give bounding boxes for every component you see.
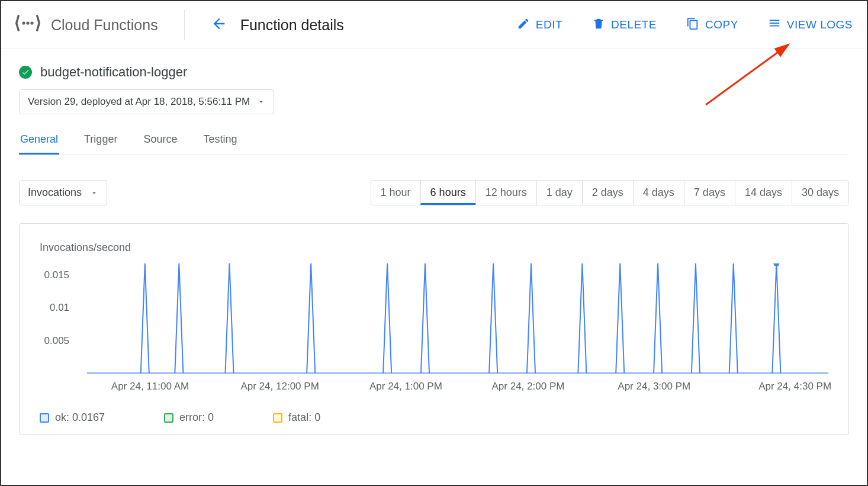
svg-text:Apr 24, 3:00 PM: Apr 24, 3:00 PM bbox=[618, 381, 690, 392]
copy-icon bbox=[686, 17, 699, 33]
cloud-functions-icon bbox=[15, 11, 40, 39]
chart-legend: ok: 0.0167 error: 0 fatal: 0 bbox=[40, 411, 834, 424]
chart-card: Invocations/second 0.0050.010.015Apr 24,… bbox=[19, 223, 849, 435]
legend-ok: ok: 0.0167 bbox=[40, 411, 105, 424]
divider bbox=[184, 10, 185, 40]
time-range-1-hour[interactable]: 1 hour bbox=[371, 181, 420, 205]
svg-text:Apr 24, 12:00 PM: Apr 24, 12:00 PM bbox=[240, 381, 319, 392]
svg-text:Apr 24, 11:00 AM: Apr 24, 11:00 AM bbox=[111, 381, 189, 392]
svg-text:0.005: 0.005 bbox=[44, 335, 69, 346]
product-brand: Cloud Functions bbox=[15, 11, 158, 39]
version-select[interactable]: Version 29, deployed at Apr 18, 2018, 5:… bbox=[19, 89, 274, 114]
fatal-swatch-icon bbox=[273, 413, 282, 423]
version-label: Version 29, deployed at Apr 18, 2018, 5:… bbox=[28, 96, 250, 108]
copy-button[interactable]: COPY bbox=[686, 17, 738, 33]
edit-button[interactable]: EDIT bbox=[517, 17, 562, 33]
metric-label: Invocations bbox=[28, 186, 82, 199]
svg-text:0.01: 0.01 bbox=[50, 302, 69, 313]
time-range-selector: 1 hour6 hours12 hours1 day2 days4 days7 … bbox=[371, 180, 849, 205]
chevron-down-icon bbox=[257, 98, 265, 106]
edit-label: EDIT bbox=[536, 18, 562, 31]
function-name: budget-notification-logger bbox=[40, 65, 187, 80]
tab-source[interactable]: Source bbox=[142, 133, 178, 155]
invocations-chart: 0.0050.010.015Apr 24, 11:00 AMApr 24, 12… bbox=[34, 263, 834, 400]
time-range-1-day[interactable]: 1 day bbox=[536, 181, 582, 205]
error-swatch-icon bbox=[164, 413, 173, 423]
page-title: Function details bbox=[240, 17, 344, 34]
metric-select[interactable]: Invocations bbox=[19, 180, 107, 205]
svg-point-1 bbox=[26, 21, 29, 24]
copy-label: COPY bbox=[705, 18, 738, 31]
time-range-4-days[interactable]: 4 days bbox=[633, 181, 684, 205]
delete-label: DELETE bbox=[611, 18, 657, 31]
chart-title: Invocations/second bbox=[40, 242, 834, 254]
function-header: budget-notification-logger bbox=[19, 65, 849, 80]
svg-text:Apr 24, 4:30 PM: Apr 24, 4:30 PM bbox=[758, 381, 831, 392]
time-range-14-days[interactable]: 14 days bbox=[735, 181, 792, 205]
product-name: Cloud Functions bbox=[51, 17, 158, 34]
tabs: GeneralTriggerSourceTesting bbox=[19, 133, 849, 155]
svg-point-0 bbox=[22, 21, 25, 24]
status-ok-icon bbox=[19, 66, 32, 79]
logs-icon bbox=[768, 17, 781, 33]
time-range-12-hours[interactable]: 12 hours bbox=[475, 181, 536, 205]
svg-point-7 bbox=[773, 263, 779, 266]
time-range-2-days[interactable]: 2 days bbox=[582, 181, 633, 205]
svg-text:Apr 24, 1:00 PM: Apr 24, 1:00 PM bbox=[369, 381, 442, 392]
action-bar: EDIT DELETE COPY VIEW LOGS bbox=[517, 17, 853, 33]
view-logs-label: VIEW LOGS bbox=[787, 18, 853, 31]
time-range-30-days[interactable]: 30 days bbox=[792, 181, 848, 205]
legend-fatal: fatal: 0 bbox=[273, 411, 320, 424]
time-range-7-days[interactable]: 7 days bbox=[684, 181, 735, 205]
chevron-down-icon bbox=[90, 189, 98, 197]
pencil-icon bbox=[517, 17, 530, 33]
delete-button[interactable]: DELETE bbox=[592, 17, 657, 33]
trash-icon bbox=[592, 17, 605, 33]
view-logs-button[interactable]: VIEW LOGS bbox=[768, 17, 853, 33]
svg-text:Apr 24, 2:00 PM: Apr 24, 2:00 PM bbox=[491, 381, 564, 392]
tab-testing[interactable]: Testing bbox=[202, 133, 238, 155]
tab-trigger[interactable]: Trigger bbox=[83, 133, 118, 155]
legend-error: error: 0 bbox=[164, 411, 214, 424]
svg-point-2 bbox=[30, 21, 33, 24]
time-range-6-hours[interactable]: 6 hours bbox=[420, 181, 475, 205]
app-header: Cloud Functions Function details EDIT DE… bbox=[1, 1, 867, 49]
back-arrow-icon[interactable] bbox=[211, 15, 227, 34]
tab-general[interactable]: General bbox=[19, 133, 59, 155]
svg-text:0.015: 0.015 bbox=[44, 269, 69, 281]
ok-swatch-icon bbox=[40, 413, 49, 423]
